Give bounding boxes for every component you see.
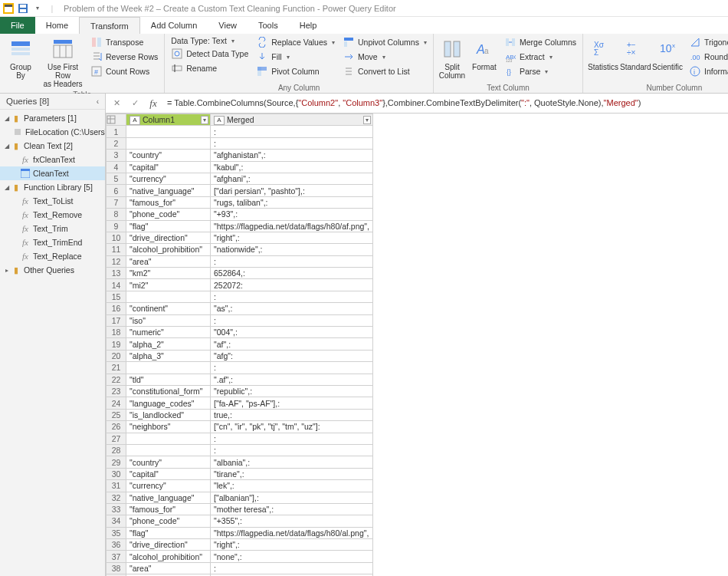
- tree-item-function-library--5-[interactable]: ◢▮Function Library [5]: [0, 180, 105, 194]
- row-number[interactable]: 7: [107, 196, 126, 208]
- table-row[interactable]: 36"drive_direction""right",:: [107, 539, 373, 551]
- cell-column1[interactable]: "phone_code": [126, 515, 211, 527]
- table-row[interactable]: 29"country""albania",:: [107, 456, 373, 468]
- tree-item-text-trim[interactable]: fxText_Trim: [0, 222, 105, 235]
- table-row[interactable]: 28:: [107, 444, 373, 456]
- table-row[interactable]: 6"native_language"["dari persian", "pash…: [107, 185, 373, 196]
- table-row[interactable]: 1:: [107, 126, 373, 137]
- table-row[interactable]: 21:: [107, 362, 373, 374]
- table-row[interactable]: 25"is_landlocked"true,:: [107, 409, 373, 420]
- cell-merged[interactable]: :: [211, 362, 373, 374]
- cell-column1[interactable]: "alpha_3": [126, 350, 211, 361]
- cell-column1[interactable]: "country": [126, 456, 211, 468]
- row-number[interactable]: 30: [107, 468, 126, 479]
- cell-column1[interactable]: "alcohol_prohibition": [126, 551, 211, 562]
- row-number[interactable]: 25: [107, 409, 126, 420]
- cell-column1[interactable]: "neighbors": [126, 421, 211, 433]
- tab-file[interactable]: File: [0, 17, 35, 34]
- cell-column1[interactable]: "famous_for": [126, 196, 211, 208]
- cell-column1[interactable]: "drive_direction": [126, 539, 211, 551]
- row-number[interactable]: 32: [107, 492, 126, 503]
- cell-merged[interactable]: :: [211, 137, 373, 149]
- fill-button[interactable]: Fill▾: [253, 50, 338, 64]
- cell-column1[interactable]: "language_codes": [126, 397, 211, 409]
- tree-item-filelocation--c--users----[interactable]: FileLocation (C:\Users\...: [0, 125, 105, 139]
- cell-column1[interactable]: "km2": [126, 268, 211, 279]
- table-row[interactable]: 35"flag""https://flagpedia.net/data/flag…: [107, 527, 373, 538]
- tree-item-other-queries[interactable]: ▸▮Other Queries: [0, 263, 105, 277]
- column-header-column1[interactable]: AColumn1▾: [126, 114, 211, 126]
- tab-help[interactable]: Help: [289, 17, 328, 34]
- table-row[interactable]: 26"neighbors"["cn", "ir", "pk", "tj", "t…: [107, 421, 373, 433]
- cell-column1[interactable]: [126, 362, 211, 374]
- row-number[interactable]: 1: [107, 126, 126, 137]
- row-number[interactable]: 31: [107, 480, 126, 492]
- cell-merged[interactable]: "nationwide",:: [211, 244, 373, 255]
- cell-merged[interactable]: "as",:: [211, 303, 373, 314]
- row-number[interactable]: 6: [107, 185, 126, 196]
- data-type-button[interactable]: Data Type: Text▾: [168, 35, 251, 46]
- cell-merged[interactable]: "rugs, taliban",:: [211, 196, 373, 208]
- info-button[interactable]: iInformation▾: [686, 64, 728, 78]
- row-number[interactable]: 11: [107, 244, 126, 255]
- cell-merged[interactable]: :: [211, 126, 373, 137]
- row-number[interactable]: 12: [107, 255, 126, 267]
- collapse-icon[interactable]: ‹: [97, 97, 99, 106]
- tree-item-text-trimend[interactable]: fxText_TrimEnd: [0, 235, 105, 249]
- extract-button[interactable]: ABC123Extract▾: [501, 50, 579, 64]
- tab-tools[interactable]: Tools: [248, 17, 289, 34]
- cell-merged[interactable]: "afghani",:: [211, 173, 373, 184]
- cell-column1[interactable]: "native_language": [126, 492, 211, 503]
- cell-column1[interactable]: "flag": [126, 527, 211, 538]
- data-grid-wrapper[interactable]: AColumn1▾ AMerged▾ 1:2:3"country""afghan…: [106, 114, 728, 576]
- cell-merged[interactable]: "af",:: [211, 338, 373, 350]
- row-number[interactable]: 21: [107, 362, 126, 374]
- reverse-rows-button[interactable]: Reverse Rows: [87, 50, 161, 64]
- table-row[interactable]: 9"flag""https://flagpedia.net/data/flags…: [107, 220, 373, 232]
- tab-view[interactable]: View: [208, 17, 248, 34]
- table-row[interactable]: 30"capital""tirane",:: [107, 468, 373, 479]
- cell-merged[interactable]: "republic",:: [211, 385, 373, 397]
- rename-button[interactable]: Rename: [168, 61, 251, 75]
- cell-column1[interactable]: "famous_for": [126, 503, 211, 515]
- count-rows-button[interactable]: #Count Rows: [87, 64, 161, 78]
- standard-button[interactable]: +−÷× Standard: [618, 35, 649, 73]
- row-number[interactable]: 4: [107, 161, 126, 173]
- tree-item-text-remove[interactable]: fxText_Remove: [0, 208, 105, 222]
- filter-dropdown-icon[interactable]: ▾: [363, 116, 371, 124]
- tab-home[interactable]: Home: [35, 17, 79, 34]
- cell-column1[interactable]: "numeric": [126, 327, 211, 338]
- table-row[interactable]: 14"mi2"252072:: [107, 279, 373, 291]
- table-row[interactable]: 3"country""afghanistan",:: [107, 150, 373, 161]
- table-row[interactable]: 5"currency""afghani",:: [107, 173, 373, 184]
- cell-merged[interactable]: ["fa-AF", "ps-AF"],:: [211, 397, 373, 409]
- cell-merged[interactable]: ".af",:: [211, 374, 373, 385]
- row-number[interactable]: 16: [107, 303, 126, 314]
- group-by-button[interactable]: Group By: [3, 35, 38, 81]
- tab-add-column[interactable]: Add Column: [140, 17, 208, 34]
- cell-merged[interactable]: "afghanistan",:: [211, 150, 373, 161]
- row-number[interactable]: 27: [107, 433, 126, 444]
- cell-merged[interactable]: "https://flagpedia.net/data/flags/h80/af…: [211, 220, 373, 232]
- unpivot-button[interactable]: Unpivot Columns▾: [339, 35, 430, 49]
- cell-column1[interactable]: "currency": [126, 173, 211, 184]
- row-number[interactable]: 5: [107, 173, 126, 184]
- table-row[interactable]: 24"language_codes"["fa-AF", "ps-AF"],:: [107, 397, 373, 409]
- cell-merged[interactable]: 652864,:: [211, 268, 373, 279]
- tree-item-fxcleantext[interactable]: fxfxCleanText: [0, 153, 105, 166]
- table-row[interactable]: 15:: [107, 291, 373, 302]
- cell-merged[interactable]: "https://flagpedia.net/data/flags/h80/al…: [211, 527, 373, 538]
- pivot-button[interactable]: Pivot Column: [253, 64, 338, 78]
- cell-column1[interactable]: "alcohol_prohibition": [126, 244, 211, 255]
- table-row[interactable]: 23"constitutional_form""republic",:: [107, 385, 373, 397]
- split-column-button[interactable]: Split Column: [437, 35, 467, 81]
- row-number[interactable]: 13: [107, 268, 126, 279]
- cell-merged[interactable]: "+355",:: [211, 515, 373, 527]
- cell-merged[interactable]: :: [211, 255, 373, 267]
- table-row[interactable]: 32"native_language"["albanian"],:: [107, 492, 373, 503]
- row-number[interactable]: 14: [107, 279, 126, 291]
- row-number[interactable]: 28: [107, 444, 126, 456]
- cell-merged[interactable]: :: [211, 314, 373, 326]
- cell-merged[interactable]: "right",:: [211, 539, 373, 551]
- cell-column1[interactable]: "alpha_2": [126, 338, 211, 350]
